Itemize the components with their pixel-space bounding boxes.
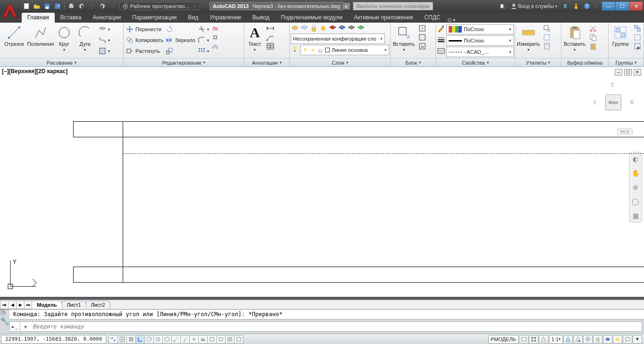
layer-props-icon[interactable] [291,24,299,33]
sb-isolate-icon[interactable] [613,335,622,344]
layout-first-icon[interactable]: ⏮ [0,301,8,309]
cmd-customize-icon[interactable]: 🔧 [1,317,8,325]
plot-icon[interactable] [67,1,76,11]
sign-in-button[interactable]: Вход в службы ▾ [509,3,559,9]
tab-insert[interactable]: Вставка [55,13,87,23]
sb-grid-icon[interactable] [126,335,136,344]
sb-ducs-icon[interactable] [180,335,190,344]
layer-prev-icon[interactable] [347,24,356,33]
panel-util-title[interactable]: Утилиты▾ [515,58,561,67]
quickselect-icon[interactable] [543,24,551,33]
sb-polar-icon[interactable] [144,335,154,344]
sb-layout-icon[interactable] [519,335,528,344]
panel-layers-title[interactable]: Слои▾ [290,58,390,67]
new-icon[interactable] [22,1,31,11]
sb-ortho-icon[interactable] [135,335,145,344]
layer-walk-icon[interactable] [357,24,365,33]
command-input[interactable] [31,323,642,330]
save-icon[interactable] [42,1,52,11]
sb-otrack-icon[interactable] [171,335,181,344]
sb-snap-icon[interactable] [117,335,127,344]
explode-icon[interactable] [211,33,219,42]
rectangle-icon[interactable] [98,25,107,34]
qat-customize[interactable] [201,3,206,9]
move-button[interactable]: Перенести [125,24,163,34]
sb-infer-icon[interactable] [109,335,118,344]
rotate-button[interactable] [165,24,195,34]
tab-model[interactable]: Модель [32,301,62,309]
scale-button[interactable] [165,46,195,56]
hatch-icon[interactable] [98,47,107,55]
workspace-dropdown[interactable]: Рабочее пространство… [119,2,200,10]
polyline-button[interactable]: Полилиния [28,24,53,48]
cmd-recent-icon[interactable]: ▸_ [10,322,20,331]
layer-lock-icon[interactable] [309,24,318,33]
saveas-icon[interactable] [53,1,62,11]
anno-scale-value[interactable]: 1:1 ▾ [549,335,563,344]
tab-spds[interactable]: СПДС [418,13,446,23]
cut-icon[interactable] [589,24,597,33]
color-dropdown[interactable]: ПоСлою [446,24,514,34]
line-button[interactable]: Отрезок [2,24,26,48]
circle-button[interactable]: Круг▾ [55,24,74,53]
tab-online[interactable]: Активные приложения [348,13,418,23]
open-icon[interactable] [32,1,42,11]
stretch-button[interactable]: Растянуть [125,46,163,56]
tab-sheet2[interactable]: Лист2 [86,301,110,309]
sb-clean-icon[interactable] [623,335,632,344]
create-block-icon[interactable] [418,24,427,33]
layer-match-icon[interactable] [338,24,346,33]
layout-prev-icon[interactable]: ◀ [8,301,17,309]
undo-icon[interactable] [77,1,86,11]
ribbon-expand-icon[interactable]: ☷ ▾ [446,17,456,23]
layer-isolate-icon[interactable] [328,24,337,33]
sb-lwt-icon[interactable] [198,335,208,344]
ungroup-icon[interactable] [633,24,642,33]
array-icon[interactable] [197,47,206,55]
search-go-icon[interactable] [498,2,508,10]
calculator-icon[interactable] [543,42,551,50]
copy-clip-icon[interactable] [589,33,597,42]
sb-ws-icon[interactable] [583,335,593,344]
layer-freeze-icon[interactable] [300,24,309,33]
match-props-icon[interactable] [437,24,445,33]
tab-annotate[interactable]: Аннотации [87,13,126,23]
paste-button[interactable]: Вставить▾ [562,24,587,53]
tab-view[interactable]: Вид [183,13,204,23]
panel-props-title[interactable]: Свойства▾ [436,58,515,67]
exchange-icon[interactable]: X [560,2,570,10]
sb-hardware-icon[interactable] [603,335,612,344]
layer-bulb-icon[interactable] [291,45,299,53]
arc-button[interactable]: Дуга▾ [75,24,94,53]
linetype-icon[interactable] [437,47,445,55]
sb-am-icon[interactable] [234,335,243,344]
layer-off-icon[interactable] [319,24,327,33]
sb-qp-icon[interactable] [216,335,226,344]
tab-parametric[interactable]: Параметризация [126,13,182,23]
sb-lock-icon[interactable] [593,335,602,344]
lineweight-dropdown[interactable]: ПоСлою [446,35,514,46]
group-edit-icon[interactable] [633,33,642,42]
clipboard-icon[interactable] [589,42,597,50]
lineweight-icon[interactable] [437,35,445,44]
help-icon[interactable]: ? [582,2,592,10]
sb-dyn-icon[interactable] [189,335,199,344]
sb-tray-icon[interactable]: ▾ [633,335,642,344]
edit-block-icon[interactable] [418,33,427,42]
layout-next-icon[interactable]: ▶ [16,301,25,309]
maximize-button[interactable]: ☐ [615,1,629,11]
sb-annoauto-icon[interactable] [573,335,583,344]
sb-sc-icon[interactable] [225,335,234,344]
measure-button[interactable]: Измерить▾ [516,24,541,53]
table-icon[interactable] [266,42,275,50]
tab-home[interactable]: Главная [22,13,55,23]
infocenter-search[interactable] [353,2,433,10]
panel-annot-title[interactable]: Аннотации▾ [244,58,289,67]
redo-dropdown[interactable] [108,1,117,11]
fillet-icon[interactable] [197,36,206,44]
app-menu-button[interactable] [0,0,20,20]
sb-tpy-icon[interactable] [207,335,217,344]
erase-icon[interactable] [211,24,219,33]
tab-output[interactable]: Вывод [247,13,275,23]
group-select-icon[interactable] [633,42,642,50]
